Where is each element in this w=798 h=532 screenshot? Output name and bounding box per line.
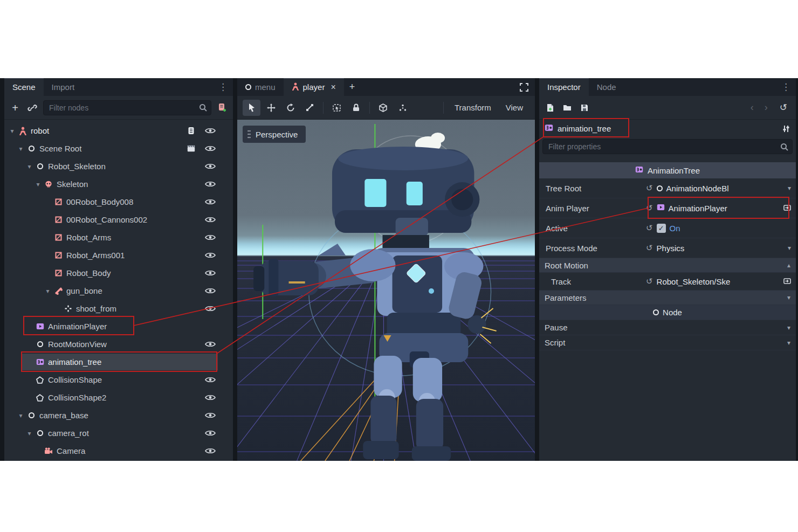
revert-icon[interactable]: ↺ — [646, 243, 653, 253]
save-resource-button[interactable] — [578, 101, 591, 115]
tab-scene[interactable]: Scene — [4, 78, 44, 96]
tree-row-camera[interactable]: Camera — [4, 442, 233, 460]
tree-row-robot[interactable]: ▾ robot — [4, 122, 233, 140]
scale-tool-button[interactable] — [301, 100, 319, 116]
dock-options-icon[interactable]: ⋮ — [776, 82, 796, 92]
object-history-icon[interactable]: ↺ — [775, 102, 792, 113]
visibility-eye-icon[interactable] — [204, 302, 217, 316]
collapse-arrow-icon[interactable]: ▾ — [43, 287, 52, 295]
move-tool-button[interactable] — [262, 100, 280, 116]
view-menu[interactable]: View — [499, 103, 529, 112]
visibility-eye-icon[interactable] — [204, 160, 217, 174]
revert-icon[interactable]: ↺ — [646, 277, 653, 286]
collapse-arrow-icon[interactable]: ▾ — [16, 412, 25, 419]
extra-options-icon[interactable] — [782, 125, 790, 133]
animation-player-icon — [34, 322, 46, 330]
chevron-down-icon[interactable]: ▾ — [788, 184, 791, 192]
script-icon[interactable] — [184, 124, 197, 138]
tree-row-mesh[interactable]: 00Robot_Body008 — [4, 193, 233, 211]
visibility-eye-icon[interactable] — [204, 426, 217, 440]
transform-menu[interactable]: Transform — [448, 103, 498, 112]
visibility-eye-icon[interactable] — [204, 177, 217, 191]
attach-script-button[interactable] — [216, 101, 229, 115]
tab-import[interactable]: Import — [44, 78, 83, 96]
tree-row-animation-player[interactable]: AnimationPlayer — [4, 317, 233, 335]
filter-nodes-input[interactable] — [43, 100, 211, 115]
anim-player-value[interactable]: ↺ AnimationPlayer — [646, 203, 796, 213]
history-forward-icon[interactable]: › — [761, 102, 771, 113]
instance-scene-button[interactable] — [26, 101, 39, 115]
tab-node[interactable]: Node — [589, 78, 624, 96]
group-tool-button[interactable] — [374, 100, 392, 116]
rotate-tool-button[interactable] — [281, 100, 299, 116]
visibility-eye-icon[interactable] — [204, 409, 217, 423]
tree-row-mesh[interactable]: Robot_Body — [4, 264, 233, 282]
viewport-3d[interactable]: Perspective — [237, 120, 535, 461]
tree-row-mesh[interactable]: Robot_Arms — [4, 229, 233, 246]
visibility-eye-icon[interactable] — [204, 284, 217, 298]
section-parameters[interactable]: Parameters ▾ — [539, 291, 796, 305]
tree-row-shoot-from[interactable]: shoot_from — [4, 300, 233, 317]
tree-row-skeleton[interactable]: ▾ Skeleton — [4, 175, 233, 193]
local-space-button[interactable] — [394, 100, 411, 116]
load-resource-button[interactable] — [561, 101, 574, 115]
revert-icon[interactable]: ↺ — [646, 183, 653, 193]
add-node-button[interactable]: + — [9, 101, 22, 115]
revert-icon[interactable]: ↺ — [646, 223, 653, 233]
tree-row-root-motion-view[interactable]: RootMotionView — [4, 335, 233, 353]
track-value[interactable]: ↺ Robot_Skeleton/Ske — [646, 277, 796, 286]
tree-row-collision-shape2[interactable]: CollisionShape2 — [4, 389, 233, 406]
assign-node-icon[interactable] — [783, 204, 791, 213]
tree-row-robot-skeleton[interactable]: ▾ Robot_Skeleton — [4, 157, 233, 175]
tree-row-mesh[interactable]: Robot_Arms001 — [4, 246, 233, 264]
perspective-button[interactable]: Perspective — [243, 126, 306, 143]
tab-inspector[interactable]: Inspector — [539, 78, 589, 96]
tree-row-gun-bone[interactable]: ▾ gun_bone — [4, 282, 233, 300]
filter-properties-input[interactable] — [542, 139, 793, 154]
process-mode-value[interactable]: ↺ Physics ▾ — [646, 243, 796, 253]
visibility-eye-icon[interactable] — [204, 124, 217, 138]
lock-tool-button[interactable] — [347, 100, 365, 116]
collapse-arrow-icon[interactable]: ▾ — [25, 163, 34, 170]
group-script[interactable]: Script ▾ — [539, 335, 796, 350]
visibility-eye-icon[interactable] — [204, 337, 217, 351]
tree-row-collision-shape[interactable]: CollisionShape — [4, 371, 233, 389]
dock-options-icon[interactable]: ⋮ — [213, 82, 233, 92]
collapse-arrow-icon[interactable]: ▾ — [33, 181, 43, 188]
tree-row-scene-root[interactable]: ▾ Scene Root — [4, 140, 233, 157]
visibility-eye-icon[interactable] — [204, 444, 217, 458]
visibility-eye-icon[interactable] — [204, 213, 217, 227]
tree-row-mesh[interactable]: 00Robot_Cannons002 — [4, 211, 233, 229]
checkbox-checked-icon[interactable]: ✓ — [657, 224, 666, 233]
tree-root-value[interactable]: ↺ AnimationNodeBl ▾ — [646, 183, 796, 193]
collapse-arrow-icon[interactable]: ▾ — [8, 127, 17, 135]
scene-tab-menu[interactable]: menu — [237, 78, 284, 96]
list-select-tool-button[interactable] — [328, 100, 346, 116]
visibility-eye-icon[interactable] — [204, 391, 217, 405]
assign-node-icon[interactable] — [783, 277, 791, 286]
close-tab-icon[interactable]: × — [331, 82, 335, 92]
scene-tab-player[interactable]: player × — [284, 78, 344, 96]
visibility-eye-icon[interactable] — [204, 195, 217, 209]
tree-row-camera-rot[interactable]: ▾ camera_rot — [4, 424, 233, 442]
tree-row-camera-base[interactable]: ▾ camera_base — [4, 406, 233, 424]
active-value[interactable]: ↺ ✓ On — [646, 223, 796, 233]
select-tool-button[interactable] — [243, 100, 260, 116]
collapse-arrow-icon[interactable]: ▾ — [16, 145, 25, 153]
visibility-eye-icon[interactable] — [204, 373, 217, 387]
new-resource-button[interactable] — [544, 101, 556, 115]
visibility-eye-icon[interactable] — [204, 142, 217, 156]
history-back-icon[interactable]: ‹ — [747, 102, 757, 113]
tree-row-animation-tree[interactable]: animation_tree — [4, 353, 233, 371]
visibility-eye-icon[interactable] — [204, 248, 217, 262]
visibility-eye-icon[interactable] — [204, 231, 217, 245]
visibility-eye-icon[interactable] — [204, 266, 217, 280]
revert-icon[interactable]: ↺ — [646, 203, 653, 213]
clapper-icon[interactable] — [184, 142, 197, 156]
group-pause[interactable]: Pause ▾ — [539, 320, 796, 335]
expand-viewport-icon[interactable] — [513, 78, 535, 96]
chevron-down-icon[interactable]: ▾ — [788, 244, 791, 252]
section-root-motion[interactable]: Root Motion ▴ — [539, 258, 796, 273]
new-scene-tab-button[interactable]: + — [344, 78, 361, 96]
collapse-arrow-icon[interactable]: ▾ — [25, 430, 34, 437]
